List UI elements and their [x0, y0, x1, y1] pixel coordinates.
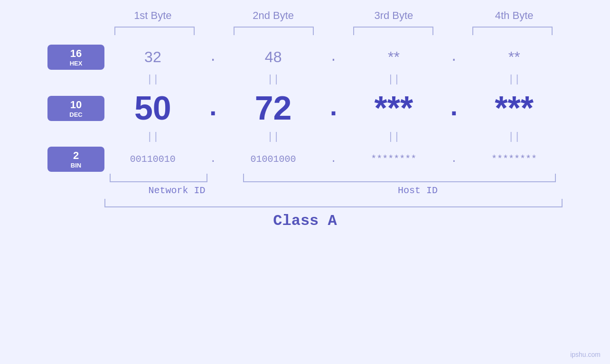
hex-dot1: .: [201, 50, 225, 65]
hex-bytes: 32 . 48 . ** . **: [104, 48, 563, 66]
dec-badge-number: 10: [52, 99, 100, 111]
byte1-header: 1st Byte: [104, 9, 201, 22]
bin-bytes: 00110010 . 01001000 . ******** . *******…: [104, 153, 563, 165]
dec-row: 10 DEC 50 . 72 . *** . ***: [47, 89, 563, 127]
net-bracket: [110, 174, 207, 182]
hex-byte2: 48: [225, 48, 322, 66]
bin-byte4: ********: [466, 154, 563, 165]
sep1-3: ||: [346, 74, 442, 85]
bracket-cell-3: [343, 27, 443, 35]
sep2-4: ||: [466, 131, 563, 143]
hex-byte3: **: [346, 48, 442, 66]
dec-dot2: .: [322, 93, 346, 123]
hex-badge-number: 16: [52, 47, 100, 60]
host-bracket-wrap: [237, 174, 563, 182]
dec-bytes: 50 . 72 . *** . ***: [104, 89, 563, 127]
dec-badge-type: DEC: [52, 111, 100, 118]
bin-badge-number: 2: [52, 149, 100, 162]
dec-label: 10 DEC: [47, 96, 104, 121]
hex-byte1: 32: [104, 48, 201, 66]
bin-badge: 2 BIN: [47, 147, 104, 172]
bin-byte2: 01001000: [225, 154, 322, 165]
bin-dot3: .: [442, 153, 466, 165]
network-id-label: Network ID: [104, 185, 249, 196]
combined-brackets: [104, 174, 563, 182]
sep2-2: ||: [225, 131, 322, 143]
bin-dot2: .: [322, 153, 346, 165]
dec-byte4: ***: [466, 89, 563, 127]
bin-byte3: ********: [346, 154, 442, 165]
byte3-header: 3rd Byte: [346, 9, 442, 22]
separator-row-1: || || || ||: [47, 74, 563, 85]
hex-row: 16 HEX 32 . 48 . ** . **: [47, 45, 563, 70]
dec-dot3: .: [442, 93, 466, 123]
top-bracket-3: [353, 27, 433, 35]
bracket-cell-1: [104, 27, 205, 35]
separator-row-2: || || || ||: [47, 131, 563, 143]
dec-badge: 10 DEC: [47, 96, 104, 121]
bin-dot1: .: [201, 153, 225, 165]
class-label: Class A: [273, 212, 337, 230]
dec-byte3: ***: [346, 89, 442, 127]
top-bracket-2: [234, 27, 314, 35]
bracket-cell-2: [224, 27, 324, 35]
top-bracket-1: [114, 27, 195, 35]
bin-byte1: 00110010: [104, 154, 201, 165]
sep1-1: ||: [104, 74, 201, 85]
host-bracket: [243, 174, 556, 182]
site-label: ipshu.com: [570, 351, 601, 358]
bracket-cell-4: [462, 27, 563, 35]
sep2-1: ||: [104, 131, 201, 143]
dec-byte2: 72: [225, 89, 322, 127]
bin-row: 2 BIN 00110010 . 01001000 . ******** .: [47, 147, 563, 172]
hex-dot3: .: [442, 50, 466, 65]
dec-dot1: .: [201, 93, 225, 123]
sep2-3: ||: [346, 131, 442, 143]
hex-dot2: .: [322, 50, 346, 65]
bin-label: 2 BIN: [47, 147, 104, 172]
main-container: 1st Byte 2nd Byte 3rd Byte 4th Byte 16 H…: [0, 0, 610, 364]
top-bracket-4: [472, 27, 553, 35]
hex-label: 16 HEX: [47, 45, 104, 70]
id-labels-row: Network ID Host ID: [47, 185, 563, 196]
bin-badge-type: BIN: [52, 162, 100, 169]
class-label-row: Class A: [47, 212, 563, 230]
dec-byte1: 50: [104, 89, 201, 127]
top-bracket-row: [47, 27, 563, 35]
sep1-4: ||: [466, 74, 563, 85]
byte2-header: 2nd Byte: [225, 9, 322, 22]
hex-badge: 16 HEX: [47, 45, 104, 70]
net-bracket-wrap: [104, 174, 213, 182]
hex-byte4: **: [466, 48, 563, 66]
hex-badge-type: HEX: [52, 60, 100, 67]
byte-headers: 1st Byte 2nd Byte 3rd Byte 4th Byte: [47, 9, 563, 22]
big-bracket-row: [104, 199, 563, 207]
host-id-label: Host ID: [273, 185, 563, 196]
sep1-2: ||: [225, 74, 322, 85]
byte4-header: 4th Byte: [466, 9, 563, 22]
